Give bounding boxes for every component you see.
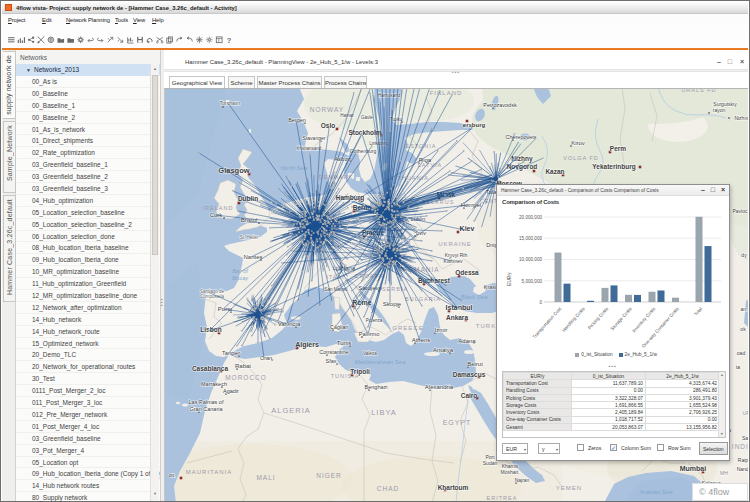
svg-text:Perm: Perm [610, 145, 626, 152]
svg-text:Stavanger: Stavanger [303, 135, 326, 141]
svg-text:YEMEN: YEMEN [556, 485, 582, 491]
svg-text:Benghazi: Benghazi [365, 384, 388, 390]
svg-text:dy: dy [741, 252, 747, 258]
svg-text:Ankara: Ankara [446, 314, 468, 321]
svg-text:NORWAY: NORWAY [310, 106, 344, 113]
svg-text:Glasgow: Glasgow [218, 166, 249, 175]
svg-text:20,000,000: 20,000,000 [519, 215, 542, 220]
svg-text:Raip: Raip [738, 457, 748, 463]
svg-text:Casablanca: Casablanca [192, 365, 229, 372]
svg-text:MOROCCO: MOROCCO [225, 374, 267, 381]
svg-text:5,000,000: 5,000,000 [522, 279, 543, 284]
svg-text:Istanbul: Istanbul [446, 304, 473, 311]
svg-text:Potenza: Potenza [366, 318, 383, 323]
svg-text:ott.: ott. [169, 472, 176, 478]
svg-text:Biscay: Biscay [232, 275, 249, 281]
svg-text:LIBYA: LIBYA [371, 408, 397, 417]
svg-text:UKRAINE: UKRAINE [438, 241, 472, 247]
svg-text:Mediterranean Sea: Mediterranean Sea [354, 359, 406, 365]
svg-text:Kristiansand: Kristiansand [297, 146, 322, 151]
svg-text:Kiev: Kiev [460, 225, 475, 232]
svg-text:GREECE: GREECE [392, 325, 423, 331]
svg-text:Tripoli: Tripoli [350, 368, 370, 376]
svg-text:St. Helier: St. Helier [240, 235, 259, 240]
svg-text:oad: oad [737, 350, 746, 356]
svg-text:Las Palmas of: Las Palmas of [189, 399, 224, 405]
svg-text:Izmir: Izmir [435, 327, 448, 333]
svg-text:Moshait,: Moshait, [501, 469, 520, 475]
svg-text:Beirut: Beirut [467, 361, 483, 367]
svg-text:EUR/y: EUR/y [507, 272, 512, 286]
svg-text:Palermo: Palermo [359, 331, 379, 337]
svg-text:MAURITANIA: MAURITANIA [186, 469, 233, 475]
svg-text:Algiers: Algiers [295, 341, 319, 349]
svg-text:Nizhner: Nizhner [734, 115, 748, 121]
svg-text:Torshavn: Torshavn [220, 100, 241, 106]
svg-text:Cagliari: Cagliari [330, 324, 349, 330]
svg-text:EGYPT: EGYPT [443, 419, 472, 426]
svg-text:rayon: rayon [713, 107, 726, 113]
svg-text:Khartoum: Khartoum [438, 484, 469, 491]
svg-text:15,000,000: 15,000,000 [519, 236, 542, 241]
svg-text:Pavloc: Pavloc [732, 208, 748, 214]
svg-text:Athens: Athens [412, 337, 431, 343]
svg-text:San Marino: San Marino [324, 287, 348, 292]
svg-text:ALGERIA: ALGERIA [271, 406, 311, 415]
svg-text:10,000,000: 10,000,000 [519, 257, 542, 262]
svg-text:Skopje: Skopje [383, 301, 402, 307]
svg-text:?: ? [227, 36, 232, 45]
svg-text:Constantine: Constantine [319, 349, 348, 355]
svg-text:Petrozavodsk: Petrozavodsk [483, 102, 517, 108]
svg-text:Yekaterinburg: Yekaterinburg [592, 163, 635, 171]
svg-text:IRELAND: IRELAND [203, 205, 234, 211]
svg-text:UP: UP [743, 410, 748, 416]
svg-text:Tunis: Tunis [337, 340, 351, 346]
svg-text:SERBIA: SERBIA [382, 286, 408, 292]
svg-text:INDIA: INDIA [732, 443, 748, 450]
svg-text:an,: an, [741, 306, 748, 312]
svg-text:Oslo: Oslo [321, 122, 335, 129]
svg-text:Gran Canaria: Gran Canaria [189, 406, 223, 412]
svg-text:Cairo: Cairo [461, 392, 478, 399]
svg-text:Arabian Sea: Arabian Sea [638, 489, 673, 495]
svg-text:Nande: Nande [737, 466, 748, 472]
svg-text:Kirov: Kirov [571, 140, 585, 146]
svg-text:TURK: TURK [476, 323, 496, 329]
svg-text:Adana: Adana [458, 338, 476, 344]
svg-text:Agadir: Agadir [223, 388, 239, 394]
svg-text:NIGER: NIGER [316, 472, 342, 479]
svg-text:Mumbai: Mumbai [680, 465, 707, 472]
svg-text:ta: ta [736, 364, 740, 370]
svg-text:VOLGA FD: VOLGA FD [563, 155, 599, 161]
svg-text:FINLAND: FINLAND [430, 90, 463, 96]
svg-text:BULGARIA: BULGARIA [405, 296, 441, 302]
svg-text:Bergen: Bergen [288, 117, 306, 123]
svg-text:ok: ok [740, 326, 746, 332]
svg-text:URALS FD: URALS FD [681, 89, 716, 93]
svg-text:0: 0 [539, 300, 542, 305]
svg-text:Marrakech: Marrakech [201, 381, 227, 387]
svg-text:Odessa: Odessa [455, 269, 479, 276]
svg-text:Oran: Oran [260, 355, 272, 361]
svg-text:Valetta: Valetta [363, 351, 377, 356]
svg-text:Tangier: Tangier [222, 350, 240, 356]
svg-text:Najran: Najran [515, 477, 530, 483]
svg-text:Nantes: Nantes [243, 254, 262, 260]
svg-text:CHAD: CHAD [377, 485, 399, 492]
svg-text:Sfax: Sfax [325, 358, 336, 364]
svg-text:Antalya: Antalya [433, 347, 454, 353]
svg-text:Cherepovets: Cherepovets [505, 134, 536, 140]
svg-text:Dublin: Dublin [238, 195, 258, 202]
svg-text:Compostela: Compostela [200, 294, 225, 299]
svg-text:Gävle: Gävle [361, 115, 373, 120]
svg-text:MALI: MALI [256, 474, 275, 481]
svg-text:Lisbon: Lisbon [200, 326, 221, 333]
svg-text:MH: MH [720, 470, 728, 476]
svg-text:Sa: Sa [742, 435, 748, 441]
svg-text:Alexandria: Alexandria [425, 384, 454, 390]
svg-text:Black Sea: Black Sea [460, 294, 488, 300]
svg-text:Kazan: Kazan [545, 168, 564, 175]
svg-text:Damascus: Damascus [453, 371, 486, 378]
svg-text:Rabat: Rabat [235, 363, 251, 369]
svg-text:Kishinev: Kishinev [444, 258, 463, 264]
